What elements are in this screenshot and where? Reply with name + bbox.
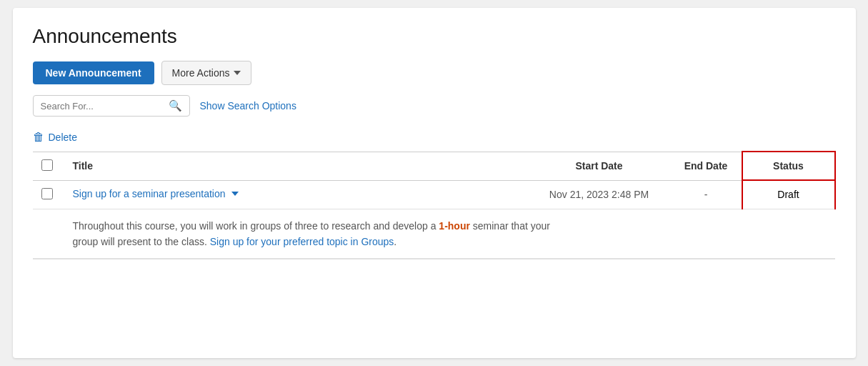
preview-text: Throughout this course, you will work in… bbox=[73, 220, 550, 247]
preview-highlight: 1-hour bbox=[439, 220, 470, 232]
title-header: Title bbox=[64, 152, 528, 180]
more-actions-label: More Actions bbox=[172, 67, 230, 79]
toolbar: New Announcement More Actions bbox=[33, 61, 836, 85]
new-announcement-button[interactable]: New Announcement bbox=[33, 61, 154, 84]
search-input[interactable] bbox=[41, 101, 166, 112]
preview-text-part1: Throughout this course, you will work in… bbox=[73, 220, 439, 232]
search-icon: 🔍 bbox=[169, 99, 182, 112]
start-date-header: Start Date bbox=[528, 152, 671, 180]
trash-icon: 🗑 bbox=[33, 131, 44, 144]
announcement-preview-row: Throughout this course, you will work in… bbox=[33, 209, 835, 259]
select-all-checkbox[interactable] bbox=[41, 159, 53, 171]
show-search-options-link[interactable]: Show Search Options bbox=[200, 100, 296, 112]
status-header: Status bbox=[742, 152, 835, 180]
delete-bar: 🗑 Delete bbox=[33, 131, 836, 144]
page-title: Announcements bbox=[33, 25, 836, 48]
row-end-date-cell: - bbox=[671, 180, 742, 209]
row-checkbox[interactable] bbox=[41, 188, 53, 199]
row-start-date-cell: Nov 21, 2023 2:48 PM bbox=[528, 180, 671, 209]
preview-text-part3: . bbox=[394, 236, 396, 247]
announcement-title-link[interactable]: Sign up for a seminar presentation bbox=[73, 188, 226, 199]
chevron-down-icon bbox=[234, 71, 241, 75]
search-row: 🔍 Show Search Options bbox=[33, 95, 836, 117]
more-actions-button[interactable]: More Actions bbox=[161, 61, 252, 85]
row-title-cell: Sign up for a seminar presentation bbox=[64, 180, 528, 209]
search-box: 🔍 bbox=[33, 95, 190, 117]
announcements-page: Announcements New Announcement More Acti… bbox=[13, 8, 856, 358]
row-status-cell: Draft bbox=[742, 180, 835, 209]
select-all-header bbox=[33, 152, 64, 180]
announcements-table: Title Start Date End Date Status Sign up… bbox=[33, 151, 836, 259]
end-date-header: End Date bbox=[671, 152, 742, 180]
table-row: Sign up for a seminar presentation Nov 2… bbox=[33, 180, 835, 209]
preview-link[interactable]: Sign up for your preferred topic in Grou… bbox=[210, 236, 394, 247]
table-header-row: Title Start Date End Date Status bbox=[33, 152, 835, 180]
title-row: Sign up for a seminar presentation bbox=[73, 188, 519, 199]
announcement-preview: Throughout this course, you will work in… bbox=[33, 209, 835, 259]
title-expand-icon[interactable] bbox=[231, 192, 239, 196]
row-checkbox-cell bbox=[33, 180, 64, 209]
delete-link[interactable]: Delete bbox=[49, 132, 77, 143]
